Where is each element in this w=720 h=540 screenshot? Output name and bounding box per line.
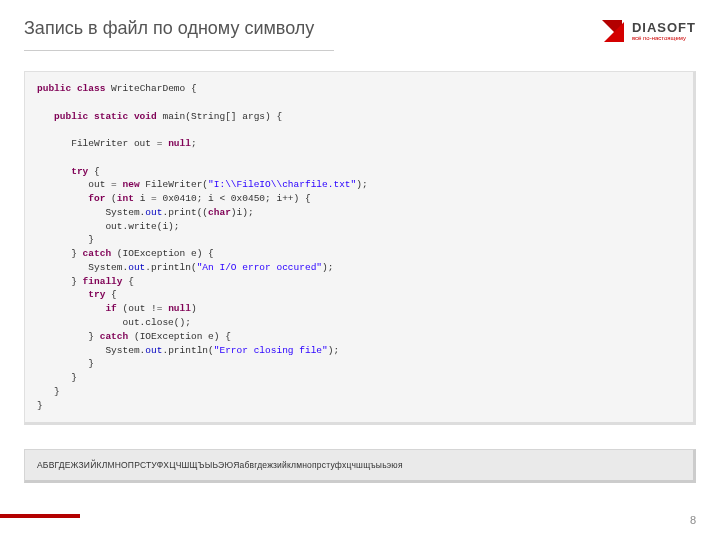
- code-block: public class WriteCharDemo { public stat…: [24, 71, 696, 425]
- logo-tagline: всё по-настоящему: [632, 35, 696, 41]
- logo-icon: [600, 18, 626, 44]
- output-block: АБВГДЕЖЗИЙКЛМНОПРСТУФХЦЧШЩЪЫЬЭЮЯабвгдежз…: [24, 449, 696, 483]
- title-underline: [24, 50, 334, 51]
- page-number: 8: [690, 514, 696, 526]
- logo-text: DIASOFT: [632, 21, 696, 34]
- page-title: Запись в файл по одному символу: [24, 18, 314, 39]
- brand-logo: DIASOFT всё по-настоящему: [600, 18, 696, 44]
- footer-accent: [0, 514, 80, 518]
